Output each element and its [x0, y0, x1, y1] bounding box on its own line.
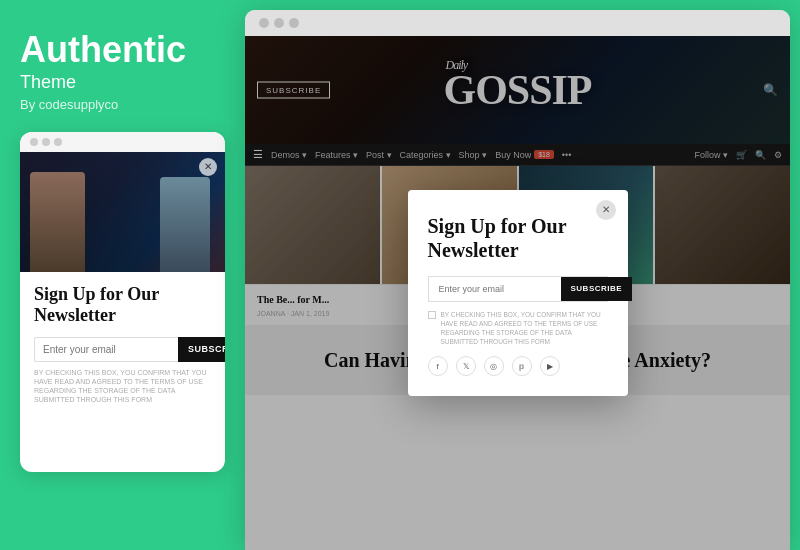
figure-right	[160, 177, 210, 272]
brand-info: Authentic Theme By codesupplyco	[20, 30, 225, 112]
popup-subscribe-button[interactable]: SUBSCRIBE	[561, 277, 633, 301]
popup-email-input[interactable]	[429, 277, 561, 301]
browser-dot-3	[289, 18, 299, 28]
dot-3	[54, 138, 62, 146]
left-panel: Authentic Theme By codesupplyco ✕ Sign U…	[0, 0, 245, 550]
browser-dot-2	[274, 18, 284, 28]
popup-close-button[interactable]: ✕	[596, 200, 616, 220]
browser-mockup: SUBSCRIBE Daily GOSSIP 🔍 ☰ Demos ▾ Featu…	[245, 10, 790, 550]
instagram-icon[interactable]: ◎	[484, 356, 504, 376]
facebook-icon[interactable]: f	[428, 356, 448, 376]
popup-consent-text: BY CHECKING THIS BOX, YOU CONFIRM THAT Y…	[441, 310, 608, 346]
twitter-icon[interactable]: 𝕏	[456, 356, 476, 376]
popup-consent-row: BY CHECKING THIS BOX, YOU CONFIRM THAT Y…	[428, 310, 608, 346]
mobile-newsletter-content: Sign Up for Our Newsletter SUBSCRIBE BY …	[20, 272, 225, 472]
mobile-email-input[interactable]	[34, 337, 178, 362]
brand-subtitle: Theme	[20, 72, 225, 93]
brand-by: By codesupplyco	[20, 97, 225, 112]
popup-email-row: SUBSCRIBE	[428, 276, 608, 302]
browser-content: SUBSCRIBE Daily GOSSIP 🔍 ☰ Demos ▾ Featu…	[245, 36, 790, 550]
browser-topbar	[245, 10, 790, 36]
pinterest-icon[interactable]: 𝕡	[512, 356, 532, 376]
mobile-newsletter-title: Sign Up for Our Newsletter	[34, 284, 211, 327]
popup-consent-checkbox[interactable]	[428, 311, 436, 319]
mobile-close-button[interactable]: ✕	[199, 158, 217, 176]
mobile-email-row: SUBSCRIBE	[34, 337, 211, 362]
dot-2	[42, 138, 50, 146]
mobile-subscribe-button[interactable]: SUBSCRIBE	[178, 337, 225, 362]
figure-left	[30, 172, 85, 272]
popup-overlay: ✕ Sign Up for Our Newsletter SUBSCRIBE B…	[245, 36, 790, 550]
youtube-icon[interactable]: ▶	[540, 356, 560, 376]
dot-1	[30, 138, 38, 146]
popup-social-icons: f 𝕏 ◎ 𝕡 ▶	[428, 356, 608, 376]
popup-title: Sign Up for Our Newsletter	[428, 214, 608, 262]
mobile-preview-card: ✕ Sign Up for Our Newsletter SUBSCRIBE B…	[20, 132, 225, 472]
mobile-consent-text: BY CHECKING THIS BOX, YOU CONFIRM THAT Y…	[34, 368, 211, 404]
brand-title: Authentic	[20, 30, 225, 70]
popup-modal: ✕ Sign Up for Our Newsletter SUBSCRIBE B…	[408, 190, 628, 396]
browser-dot-1	[259, 18, 269, 28]
mobile-card-image: ✕	[20, 152, 225, 272]
mobile-card-topbar	[20, 132, 225, 152]
